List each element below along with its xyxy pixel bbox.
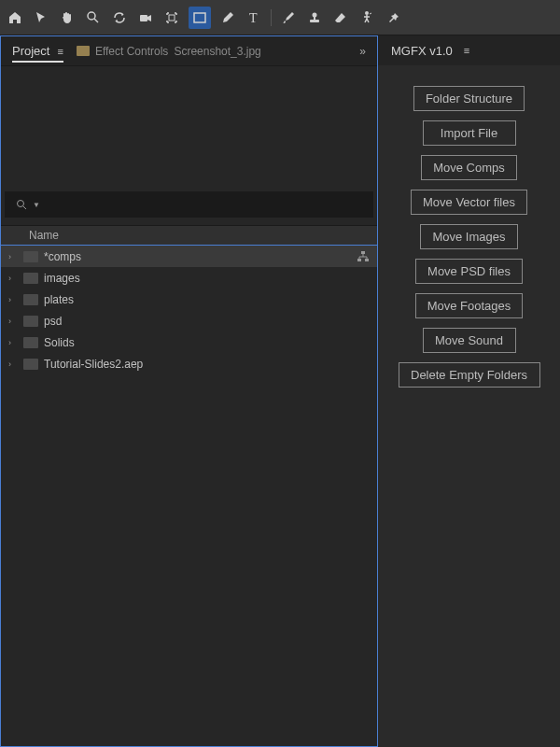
search-bar[interactable]: ▼	[5, 191, 373, 218]
import-file-button[interactable]: Import File	[423, 120, 516, 146]
region-tool-icon[interactable]	[162, 8, 181, 27]
project-panel: Project ≡ Effect Controls Screenshot_3.j…	[0, 35, 378, 747]
item-name: Solids	[44, 336, 75, 349]
mgfx-header: MGFX v1.0 ≡	[378, 35, 560, 65]
expand-icon[interactable]: ›	[8, 274, 18, 283]
item-name: psd	[44, 315, 62, 328]
list-item[interactable]: › images	[1, 267, 377, 289]
hamburger-icon[interactable]: ≡	[57, 46, 63, 57]
folder-icon	[23, 337, 38, 348]
zoom-tool-icon[interactable]	[84, 8, 103, 27]
eraser-tool-icon[interactable]	[331, 8, 350, 27]
move-psd-button[interactable]: Move PSD files	[415, 259, 523, 284]
main-area: Project ≡ Effect Controls Screenshot_3.j…	[0, 35, 560, 747]
item-name: Tutorial-Slides2.aep	[44, 358, 143, 371]
svg-rect-12	[361, 251, 365, 254]
folder-structure-button[interactable]: Folder Structure	[413, 86, 525, 111]
hamburger-icon[interactable]: ≡	[464, 45, 469, 56]
svg-line-1	[94, 19, 98, 22]
home-icon[interactable]	[6, 8, 24, 27]
expand-icon[interactable]: ›	[8, 295, 18, 304]
list-item[interactable]: › Solids	[1, 331, 377, 353]
folder-icon	[77, 46, 90, 56]
chevron-right-icon[interactable]: »	[359, 45, 366, 58]
puppet-tool-icon[interactable]	[357, 8, 376, 27]
folder-icon	[23, 294, 38, 305]
move-comps-button[interactable]: Move Comps	[421, 155, 517, 180]
search-input[interactable]	[46, 198, 362, 212]
svg-rect-7	[314, 17, 315, 20]
svg-line-11	[23, 206, 26, 209]
svg-rect-2	[140, 15, 147, 21]
search-icon	[16, 199, 27, 210]
tab-ec-label: Effect Controls	[95, 45, 168, 58]
hand-tool-icon[interactable]	[58, 8, 77, 27]
selection-tool-icon[interactable]	[32, 8, 50, 27]
panel-tabs: Project ≡ Effect Controls Screenshot_3.j…	[1, 36, 377, 66]
main-toolbar: T	[0, 0, 560, 35]
delete-empty-folders-button[interactable]: Delete Empty Folders	[399, 362, 540, 388]
pen-tool-icon[interactable]	[218, 8, 237, 27]
expand-icon[interactable]: ›	[8, 252, 18, 261]
preview-area	[1, 66, 377, 191]
svg-rect-14	[365, 259, 369, 261]
svg-point-0	[88, 12, 95, 20]
folder-icon	[23, 273, 38, 284]
list-item[interactable]: › plates	[1, 289, 377, 310]
pin-tool-icon[interactable]	[384, 8, 402, 27]
expand-icon[interactable]: ›	[8, 338, 18, 347]
svg-point-6	[313, 12, 317, 17]
toolbar-separator	[271, 9, 272, 26]
expand-icon[interactable]: ›	[8, 359, 18, 369]
list-item[interactable]: › psd	[1, 310, 377, 331]
svg-point-9	[365, 11, 369, 15]
orbit-tool-icon[interactable]	[110, 8, 129, 27]
expand-icon[interactable]: ›	[8, 317, 18, 326]
folder-icon	[23, 359, 38, 370]
svg-rect-8	[310, 20, 319, 22]
tab-effect-controls[interactable]: Effect Controls Screenshot_3.jpg	[77, 45, 346, 58]
svg-rect-4	[194, 13, 205, 22]
flowchart-icon[interactable]	[357, 250, 370, 263]
move-images-button[interactable]: Move Images	[420, 224, 517, 249]
move-sound-button[interactable]: Move Sound	[423, 328, 516, 353]
tab-project-label: Project	[12, 44, 49, 58]
folder-icon	[23, 316, 38, 327]
project-items-list: › *comps › images › plates › psd	[1, 246, 377, 746]
svg-text:T: T	[249, 11, 258, 25]
mgfx-title: MGFX v1.0	[391, 44, 453, 58]
svg-point-10	[18, 201, 24, 207]
camera-tool-icon[interactable]	[136, 8, 155, 27]
item-name: images	[44, 272, 80, 285]
list-item[interactable]: › *comps	[1, 246, 377, 267]
folder-icon	[23, 251, 38, 262]
tab-project[interactable]: Project ≡	[12, 44, 63, 63]
svg-rect-13	[357, 259, 361, 261]
tab-ec-file: Screenshot_3.jpg	[174, 45, 260, 58]
svg-rect-3	[169, 15, 175, 21]
mgfx-button-list: Folder Structure Import File Move Comps …	[378, 65, 560, 408]
mgfx-panel: MGFX v1.0 ≡ Folder Structure Import File…	[378, 35, 560, 747]
move-vector-button[interactable]: Move Vector files	[411, 190, 527, 215]
brush-tool-icon[interactable]	[279, 8, 298, 27]
rectangle-tool-icon[interactable]	[189, 7, 211, 29]
stamp-tool-icon[interactable]	[305, 8, 324, 27]
search-dropdown-icon[interactable]: ▼	[33, 201, 40, 209]
column-name-label: Name	[29, 229, 59, 242]
move-footages-button[interactable]: Move Footages	[415, 293, 524, 318]
item-name: *comps	[44, 250, 81, 263]
item-name: plates	[44, 293, 74, 306]
column-header[interactable]: Name	[1, 225, 377, 246]
text-tool-icon[interactable]: T	[245, 8, 263, 27]
list-item[interactable]: › Tutorial-Slides2.aep	[1, 353, 377, 374]
